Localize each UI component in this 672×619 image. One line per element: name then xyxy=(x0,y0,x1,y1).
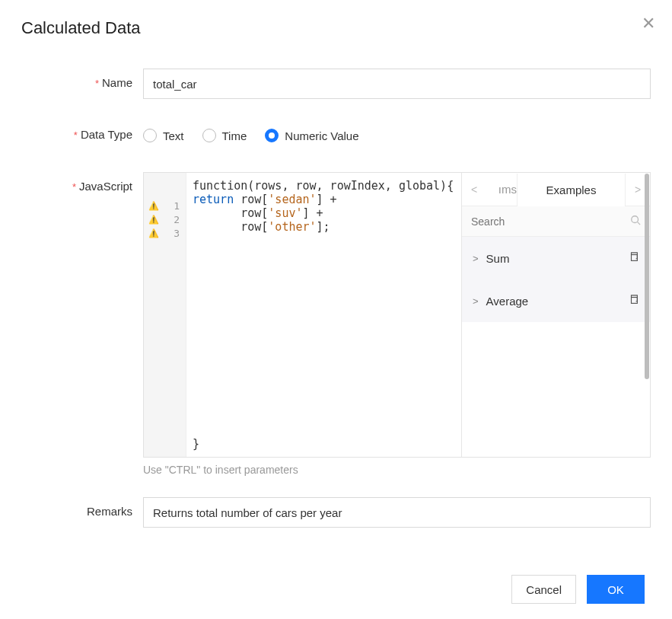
radio-circle-icon xyxy=(202,129,216,142)
side-panel: < ıms Examples > > Sum xyxy=(461,173,650,457)
code-gutter: ⚠️1 ⚠️2 ⚠️3 xyxy=(144,173,186,457)
label-data-type: Data Type xyxy=(81,128,132,141)
search-icon[interactable] xyxy=(630,215,641,228)
radio-label: Text xyxy=(163,129,184,142)
warning-icon: ⚠️ xyxy=(148,201,159,211)
code-footer: } xyxy=(193,437,199,451)
chevron-right-icon: > xyxy=(473,253,479,264)
close-icon[interactable]: ✕ xyxy=(642,14,655,34)
tab-partial[interactable]: ıms xyxy=(486,173,517,206)
radio-time[interactable]: Time xyxy=(202,129,247,142)
example-item-sum[interactable]: > Sum xyxy=(462,237,650,279)
example-label: Sum xyxy=(486,252,510,265)
label-name: Name xyxy=(102,76,132,89)
line-number: 2 xyxy=(174,214,186,225)
label-remarks: Remarks xyxy=(87,505,132,518)
chevron-right-icon: > xyxy=(473,295,479,307)
svg-rect-2 xyxy=(632,254,638,260)
row-name: *Name xyxy=(21,69,651,99)
scrollbar[interactable] xyxy=(645,174,649,456)
cancel-button[interactable]: Cancel xyxy=(511,575,576,604)
example-label: Average xyxy=(486,295,529,308)
required-star: * xyxy=(95,78,99,89)
required-star: * xyxy=(74,129,78,141)
label-javascript: JavaScript xyxy=(79,180,132,193)
ok-button[interactable]: OK xyxy=(587,575,645,604)
line-number: 1 xyxy=(174,200,186,212)
radio-circle-icon xyxy=(143,129,157,142)
name-input[interactable] xyxy=(143,69,651,99)
row-javascript: *JavaScript ⚠️1 ⚠️2 ⚠️3 function(rows, r… xyxy=(21,172,651,476)
radio-text[interactable]: Text xyxy=(143,129,184,142)
warning-icon: ⚠️ xyxy=(148,228,159,238)
copy-icon[interactable] xyxy=(629,252,639,265)
line-number: 3 xyxy=(174,228,186,239)
tab-prev-icon[interactable]: < xyxy=(462,183,486,196)
required-star: * xyxy=(72,181,76,193)
radio-label: Numeric Value xyxy=(285,129,358,142)
svg-line-1 xyxy=(638,222,641,225)
row-remarks: Remarks xyxy=(21,497,651,528)
dialog-title: Calculated Data xyxy=(21,18,651,38)
radio-numeric[interactable]: Numeric Value xyxy=(265,129,358,142)
code-editor[interactable]: ⚠️1 ⚠️2 ⚠️3 function(rows, row, rowIndex… xyxy=(143,172,651,458)
warning-icon: ⚠️ xyxy=(148,215,159,225)
scrollbar-thumb[interactable] xyxy=(645,174,649,379)
code-area[interactable]: function(rows, row, rowIndex, global){ r… xyxy=(186,173,461,457)
radio-label: Time xyxy=(222,129,247,142)
copy-icon[interactable] xyxy=(629,295,639,308)
remarks-input[interactable] xyxy=(143,497,651,528)
row-data-type: *Data Type Text Time Numeric Value xyxy=(21,120,651,151)
tab-examples[interactable]: Examples xyxy=(517,174,626,206)
svg-rect-3 xyxy=(632,297,638,303)
hint-text: Use "CTRL" to insert parameters xyxy=(143,464,651,476)
code-header: function(rows, row, rowIndex, global){ xyxy=(193,179,454,193)
example-item-average[interactable]: > Average xyxy=(462,279,650,322)
search-input[interactable] xyxy=(471,215,630,228)
radio-circle-selected-icon xyxy=(265,129,279,142)
svg-point-0 xyxy=(632,216,639,223)
